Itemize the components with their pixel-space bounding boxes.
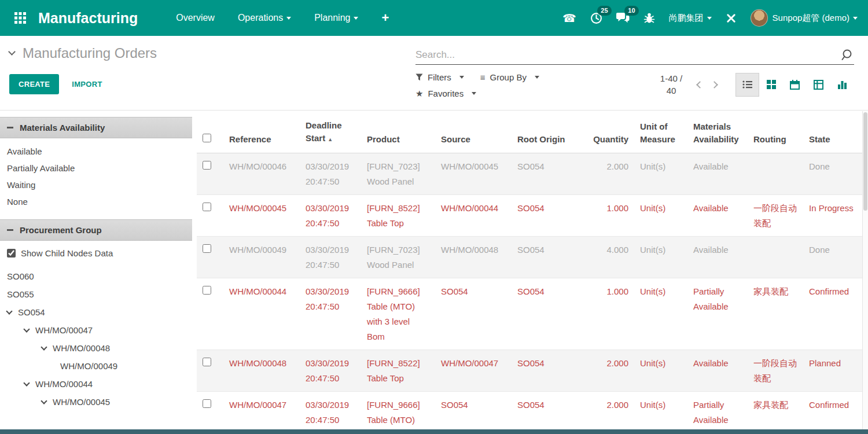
show-child-nodes-option[interactable]: Show Child Nodes Data bbox=[0, 241, 192, 259]
tree-item-label: WH/MO/00047 bbox=[35, 325, 93, 335]
user-menu[interactable]: Sunpop超管 (demo) bbox=[751, 9, 858, 27]
show-child-nodes-checkbox[interactable] bbox=[7, 249, 16, 258]
col-state[interactable]: State bbox=[803, 111, 862, 153]
table-header-row: Reference Deadline Start ▲ Product Sourc… bbox=[197, 111, 862, 153]
table-row[interactable]: WH/MO/00045 03/30/2019 20:47:50 [FURN_85… bbox=[197, 195, 862, 237]
bug-icon[interactable] bbox=[643, 12, 655, 24]
cell-quantity: 1.000 bbox=[586, 278, 634, 350]
group-by-menu[interactable]: ≡ Group By bbox=[480, 72, 539, 82]
filter-available[interactable]: Available bbox=[0, 143, 192, 160]
cell-routing bbox=[748, 153, 803, 195]
filter-waiting[interactable]: Waiting bbox=[0, 176, 192, 193]
chevron-down-icon[interactable] bbox=[23, 380, 30, 386]
phone-icon[interactable]: ☎ bbox=[562, 12, 576, 25]
menu-operations[interactable]: Operations bbox=[238, 13, 291, 23]
row-select-cell bbox=[197, 195, 223, 237]
menu-overview[interactable]: Overview bbox=[176, 13, 215, 23]
section-materials-availability[interactable]: Materials Availability bbox=[0, 117, 192, 138]
chevron-down-icon bbox=[472, 92, 476, 95]
tree-item[interactable]: SO055 bbox=[0, 285, 192, 303]
chevron-down-icon bbox=[535, 76, 539, 79]
chevron-down-icon[interactable] bbox=[41, 398, 47, 404]
tree-item[interactable]: WH/MO/00044 bbox=[0, 375, 192, 393]
control-panel: Manufacturing Orders CREATE IMPORT Filte… bbox=[0, 36, 868, 111]
table-row[interactable]: WH/MO/00046 03/30/2019 20:47:50 [FURN_70… bbox=[197, 153, 862, 195]
section-procurement-group[interactable]: Procurement Group bbox=[0, 219, 192, 241]
cell-state: In Progress bbox=[803, 195, 862, 237]
cell-availability: Partially Available bbox=[687, 392, 748, 430]
select-all-checkbox[interactable] bbox=[203, 134, 211, 142]
col-uom[interactable]: Unit of Measure bbox=[634, 111, 687, 153]
kanban-view-button[interactable] bbox=[759, 73, 783, 97]
row-checkbox[interactable] bbox=[203, 203, 211, 211]
favorites-menu[interactable]: ★ Favorites bbox=[415, 89, 476, 98]
search-icon[interactable] bbox=[841, 49, 854, 61]
tools-icon[interactable] bbox=[726, 13, 737, 24]
activities-button[interactable]: 25 bbox=[590, 12, 602, 24]
tree-item-label: WH/MO/00044 bbox=[35, 379, 93, 389]
import-button[interactable]: IMPORT bbox=[72, 80, 102, 89]
scrollbar-thumb[interactable] bbox=[863, 112, 867, 211]
pivot-view-button[interactable] bbox=[807, 73, 830, 97]
col-reference[interactable]: Reference bbox=[223, 111, 300, 153]
cell-routing: 一阶段自动装配 bbox=[748, 195, 803, 237]
filter-none[interactable]: None bbox=[0, 193, 192, 210]
tree-item[interactable]: SO054 bbox=[0, 303, 192, 321]
cell-source: WH/MO/00047 bbox=[435, 350, 512, 392]
create-button[interactable]: CREATE bbox=[9, 74, 59, 94]
tree-item[interactable]: WH/MO/00048 bbox=[0, 339, 192, 357]
chevron-down-icon bbox=[354, 17, 358, 20]
avatar bbox=[751, 9, 768, 27]
filter-partially-available[interactable]: Partially Available bbox=[0, 160, 192, 176]
cell-root-origin: SO054 bbox=[512, 237, 586, 278]
vertical-scrollbar[interactable] bbox=[862, 111, 868, 429]
table-row[interactable]: WH/MO/00047 03/30/2019 20:47:50 [FURN_96… bbox=[197, 392, 862, 430]
menu-add[interactable]: + bbox=[381, 10, 389, 25]
col-source[interactable]: Source bbox=[435, 111, 512, 153]
row-checkbox[interactable] bbox=[203, 161, 211, 170]
row-checkbox[interactable] bbox=[203, 399, 211, 408]
chevron-down-icon[interactable] bbox=[23, 326, 30, 332]
breadcrumb[interactable]: Manufacturing Orders bbox=[9, 45, 410, 61]
cell-availability: Available bbox=[687, 153, 748, 195]
tree-item[interactable]: WH/MO/00047 bbox=[0, 321, 192, 339]
menu-planning[interactable]: Planning bbox=[314, 13, 358, 23]
calendar-view-button[interactable] bbox=[783, 73, 807, 97]
list-view-button[interactable] bbox=[735, 73, 759, 97]
tree-item-label: SO055 bbox=[7, 289, 34, 299]
chevron-down-icon[interactable] bbox=[6, 308, 12, 314]
cell-state: Done bbox=[803, 153, 862, 195]
pager-next-icon[interactable] bbox=[711, 81, 718, 89]
col-product[interactable]: Product bbox=[361, 111, 435, 153]
apps-grid-icon[interactable] bbox=[10, 8, 30, 28]
horizontal-scrollbar[interactable] bbox=[0, 429, 868, 434]
tree-item[interactable]: WH/MO/00049 bbox=[0, 357, 192, 375]
chevron-down-icon[interactable] bbox=[8, 48, 16, 56]
cell-state: Done bbox=[803, 237, 862, 278]
table-row[interactable]: WH/MO/00049 03/30/2019 20:47:50 [FURN_70… bbox=[197, 237, 862, 278]
row-checkbox[interactable] bbox=[203, 244, 211, 253]
pager-previous-icon[interactable] bbox=[696, 81, 704, 89]
filters-menu[interactable]: Filters bbox=[415, 72, 464, 82]
col-routing[interactable]: Routing bbox=[748, 111, 803, 153]
table-row[interactable]: WH/MO/00048 03/30/2019 20:47:50 [FURN_85… bbox=[197, 350, 862, 392]
tree-item[interactable]: SO060 bbox=[0, 267, 192, 285]
chevron-down-icon[interactable] bbox=[41, 344, 47, 350]
chevron-down-icon bbox=[707, 17, 712, 20]
col-root-origin[interactable]: Root Origin bbox=[512, 111, 586, 153]
cell-deadline: 03/30/2019 20:47:50 bbox=[300, 278, 361, 350]
company-menu[interactable]: 尚鹏集团 bbox=[669, 13, 712, 24]
graph-view-button[interactable] bbox=[830, 73, 854, 97]
search-input[interactable] bbox=[415, 49, 841, 61]
row-checkbox[interactable] bbox=[203, 286, 211, 295]
col-availability[interactable]: Materials Availability bbox=[687, 111, 748, 153]
cell-quantity: 2.000 bbox=[586, 350, 634, 392]
cell-source: SO054 bbox=[435, 278, 512, 350]
table-row[interactable]: WH/MO/00044 03/30/2019 20:47:50 [FURN_96… bbox=[197, 278, 862, 350]
messages-button[interactable]: 10 bbox=[616, 12, 630, 24]
col-deadline-start[interactable]: Deadline Start ▲ bbox=[300, 111, 361, 153]
col-quantity[interactable]: Quantity bbox=[586, 111, 634, 153]
tree-item[interactable]: WH/MO/00045 bbox=[0, 393, 192, 411]
row-checkbox[interactable] bbox=[203, 358, 211, 366]
cell-reference: WH/MO/00047 bbox=[223, 392, 300, 430]
